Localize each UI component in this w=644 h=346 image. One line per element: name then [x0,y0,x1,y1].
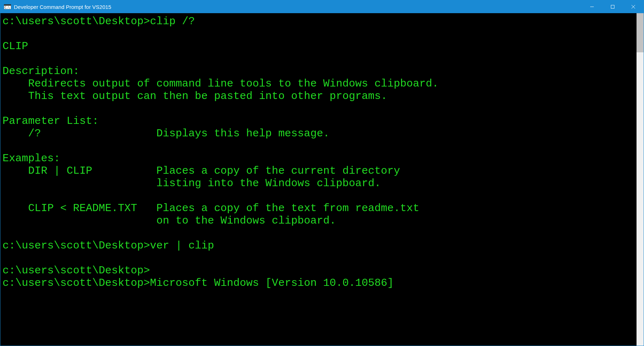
svg-rect-1 [4,4,11,6]
terminal-line [2,28,637,40]
minimize-button[interactable] [582,0,602,13]
terminal-line: CLIP < README.TXT Places a copy of the t… [2,202,637,215]
maximize-button[interactable] [602,0,623,13]
terminal-line: c:\users\scott\Desktop>clip /? [2,15,637,28]
terminal-line [2,252,637,264]
terminal-line: c:\users\scott\Desktop>ver | clip [2,240,637,252]
terminal-line [2,140,637,152]
close-button[interactable] [623,0,644,13]
window-controls [582,0,644,13]
svg-text:C:\: C:\ [5,6,10,9]
terminal-line: c:\users\scott\Desktop>Microsoft Windows… [2,277,637,289]
terminal-line: CLIP [2,40,637,53]
cmd-icon: C:\ [4,4,11,10]
window-title: Developer Command Prompt for VS2015 [14,4,111,10]
terminal-line [2,227,637,240]
scrollbar-thumb[interactable] [637,13,644,52]
terminal-line: c:\users\scott\Desktop> [2,264,637,277]
client-area: c:\users\scott\Desktop>clip /? CLIP Desc… [0,13,644,346]
command-prompt-window: C:\ Developer Command Prompt for VS2015 … [0,0,644,346]
terminal-line [2,190,637,202]
svg-rect-4 [611,5,614,9]
terminal-line: Examples: [2,152,637,165]
vertical-scrollbar[interactable] [637,13,644,346]
terminal-line: /? Displays this help message. [2,127,637,140]
terminal-line [2,103,637,115]
terminal-line: DIR | CLIP Places a copy of the current … [2,165,637,177]
terminal-line: This text output can then be pasted into… [2,90,637,103]
terminal-line: on to the Windows clipboard. [2,215,637,227]
terminal-line: listing into the Windows clipboard. [2,177,637,190]
terminal-line: Redirects output of command line tools t… [2,78,637,90]
terminal-line: Description: [2,65,637,78]
titlebar[interactable]: C:\ Developer Command Prompt for VS2015 [0,0,644,13]
terminal-line [2,53,637,65]
terminal-output[interactable]: c:\users\scott\Desktop>clip /? CLIP Desc… [0,13,637,346]
terminal-line: Parameter List: [2,115,637,127]
